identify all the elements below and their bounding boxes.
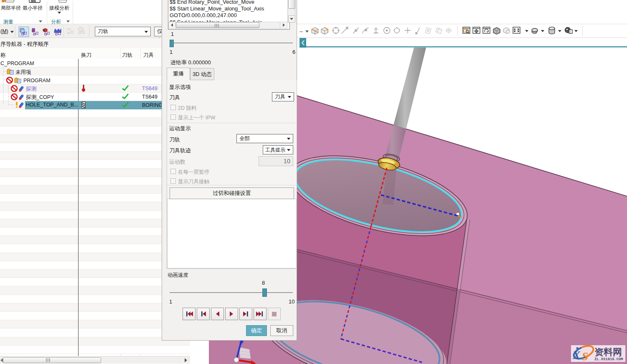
svg-text:S: S [582,350,588,363]
svg-text:X: X [572,349,581,361]
svg-text:ZL.XS1616.COM: ZL.XS1616.COM [594,357,623,361]
svg-text:资料网: 资料网 [594,347,622,357]
svg-text:MIN: MIN [31,0,36,3]
